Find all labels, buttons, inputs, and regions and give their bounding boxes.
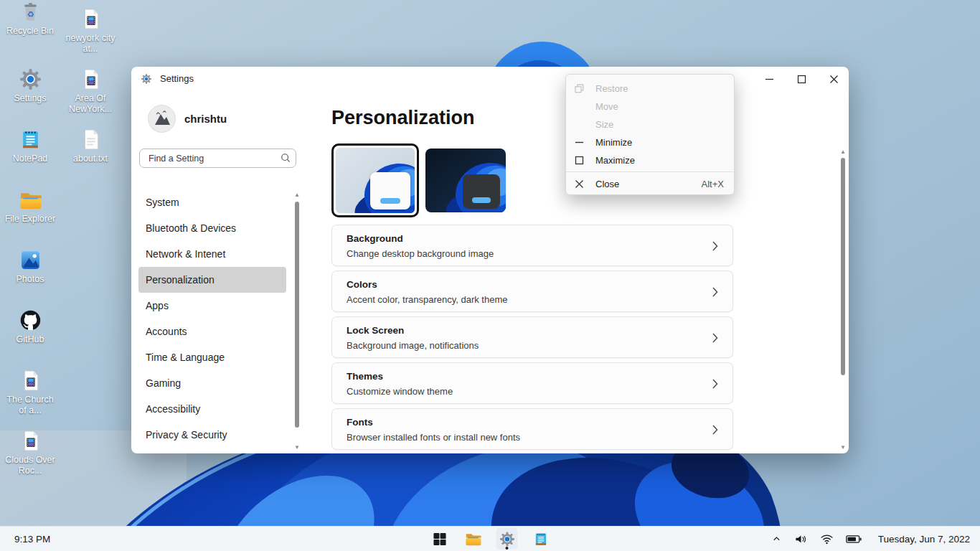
user-name: chrishtu [184, 113, 227, 125]
taskbar-date[interactable]: Tuesday, Jun 7, 2022 [878, 534, 970, 545]
sidebar-scrollbar[interactable]: ▲ ▼ [294, 192, 300, 451]
menu-item-close[interactable]: Close Alt+X [566, 174, 734, 193]
desktop: Recycle Bin newyork city at... Settings … [0, 0, 980, 551]
sidebar-item-network-internet[interactable]: Network & Intenet [138, 241, 286, 267]
taskbar-clock: 9:13 PM [14, 534, 50, 545]
taskbar-settings[interactable] [496, 528, 518, 550]
video-file-icon [19, 429, 42, 453]
content-scrollbar[interactable]: ▲ ▼ [840, 149, 846, 451]
desktop-icon-recycle-bin[interactable]: Recycle Bin [0, 0, 60, 37]
minimize-button[interactable] [757, 68, 781, 90]
theme-preview-light[interactable] [331, 143, 419, 217]
chevron-right-icon [712, 241, 718, 251]
sidebar-item-bluetooth-devices[interactable]: Bluetooth & Devices [138, 215, 286, 241]
desktop-icon-photos[interactable]: Photos [0, 248, 60, 285]
content-scrollbar-thumb[interactable] [841, 158, 845, 375]
battery-button[interactable] [846, 534, 862, 544]
mini-window-dark [463, 174, 500, 209]
search-input[interactable] [139, 149, 296, 168]
desktop-icon-label: The Church of a... [2, 395, 58, 416]
scroll-down-icon[interactable]: ▼ [294, 445, 300, 451]
menu-icon-placeholder [575, 102, 586, 112]
card-lock-screen[interactable]: Lock Screen Background image, notificati… [331, 316, 733, 358]
search-icon [281, 153, 291, 163]
notepad-icon [19, 128, 42, 151]
settings-window: Settings chrishtu System [131, 67, 849, 453]
theme-preview-dark[interactable] [425, 149, 506, 212]
avatar-mountain-icon [149, 105, 175, 132]
desktop-icon-label: Area Of NewYork... [62, 93, 118, 115]
desktop-icon-about-txt[interactable]: about.txt [60, 128, 121, 164]
taskbar-system-tray: Tuesday, Jun 7, 2022 [771, 533, 970, 545]
sidebar-item-accessibility[interactable]: Accessibility [138, 396, 286, 422]
menu-item-minimize[interactable]: Minimize [566, 133, 734, 151]
close-button[interactable] [821, 68, 846, 90]
maximize-button[interactable] [789, 68, 814, 90]
menu-item-size: Size [566, 116, 734, 133]
menu-item-label: Move [595, 101, 618, 112]
card-title: Fonts [347, 417, 373, 428]
chevron-right-icon [712, 287, 718, 297]
mini-window-light [370, 172, 410, 209]
card-subtitle: Customize window theme [347, 386, 453, 397]
folder-icon [19, 188, 42, 212]
restore-icon [575, 84, 586, 94]
sidebar-item-privacy-security[interactable]: Privacy & Security [138, 422, 286, 448]
scroll-down-icon[interactable]: ▼ [840, 445, 846, 451]
card-title: Colors [347, 279, 377, 290]
desktop-icon-github[interactable]: GitHub [0, 309, 60, 345]
battery-icon [846, 534, 862, 544]
menu-icon-placeholder [575, 120, 586, 130]
desktop-icon-file-explorer[interactable]: File Explorer [0, 188, 60, 225]
card-fonts[interactable]: Fonts Browser installed fonts or install… [331, 408, 733, 450]
taskbar-file-explorer[interactable] [463, 528, 484, 550]
notepad-icon [532, 531, 549, 547]
menu-separator [566, 171, 734, 172]
start-icon [433, 532, 446, 546]
desktop-icon-label: Settings [2, 93, 58, 104]
user-avatar[interactable] [148, 105, 176, 133]
sidebar-scrollbar-thumb[interactable] [295, 202, 299, 428]
wifi-button[interactable] [820, 534, 834, 545]
wifi-icon [820, 534, 834, 545]
menu-item-shortcut: Alt+X [702, 179, 724, 189]
scroll-up-icon[interactable]: ▲ [840, 149, 846, 155]
menu-item-label: Restore [595, 83, 628, 94]
start-button[interactable] [429, 528, 451, 550]
desktop-icon-label: Recycle Bin [2, 26, 58, 37]
chevron-right-icon [712, 379, 718, 389]
card-background[interactable]: Background Change desktop background ima… [331, 225, 733, 266]
desktop-icon-settings[interactable]: Settings [0, 67, 60, 104]
desktop-icon-notepad[interactable]: NotePad [0, 128, 60, 164]
photos-icon [19, 248, 42, 272]
volume-button[interactable] [794, 533, 808, 545]
page-title: Personalization [331, 107, 475, 129]
scroll-up-icon[interactable]: ▲ [294, 192, 300, 198]
desktop-icon-clouds-video[interactable]: Clouds Over Roc... [0, 429, 60, 476]
sidebar-item-system[interactable]: System [138, 189, 286, 215]
window-titlebar[interactable]: Settings [131, 67, 849, 91]
hidden-icons-button[interactable] [771, 534, 782, 545]
desktop-icon-the-church-video[interactable]: The Church of a... [0, 369, 60, 416]
card-subtitle: Background image, notifications [347, 340, 479, 351]
menu-item-restore: Restore [566, 80, 734, 98]
menu-item-label: Minimize [595, 137, 632, 148]
window-title: Settings [160, 73, 194, 84]
sidebar-item-apps[interactable]: Apps [138, 293, 286, 319]
sidebar-item-personalization[interactable]: Personalization [138, 267, 286, 293]
menu-item-maximize[interactable]: Maximize [566, 151, 734, 169]
desktop-icon-label: Clouds Over Roc... [2, 455, 58, 476]
desktop-icon-area-of-newyork[interactable]: Area Of NewYork... [60, 67, 121, 115]
minimize-icon [575, 138, 586, 148]
card-colors[interactable]: Colors Accent color, transparency, dark … [331, 270, 733, 312]
sidebar-item-time-language[interactable]: Time & Language [138, 344, 286, 370]
taskbar-app-icons [429, 528, 552, 550]
video-file-icon [19, 369, 42, 392]
video-file-icon [79, 7, 103, 31]
sidebar-item-gaming[interactable]: Gaming [138, 370, 286, 396]
chevron-up-icon [771, 534, 782, 545]
sidebar-item-accounts[interactable]: Accounts [138, 319, 286, 344]
card-themes[interactable]: Themes Customize window theme [331, 362, 733, 404]
taskbar-notepad[interactable] [530, 528, 552, 550]
desktop-icon-newyork-video[interactable]: newyork city at... [60, 7, 121, 55]
